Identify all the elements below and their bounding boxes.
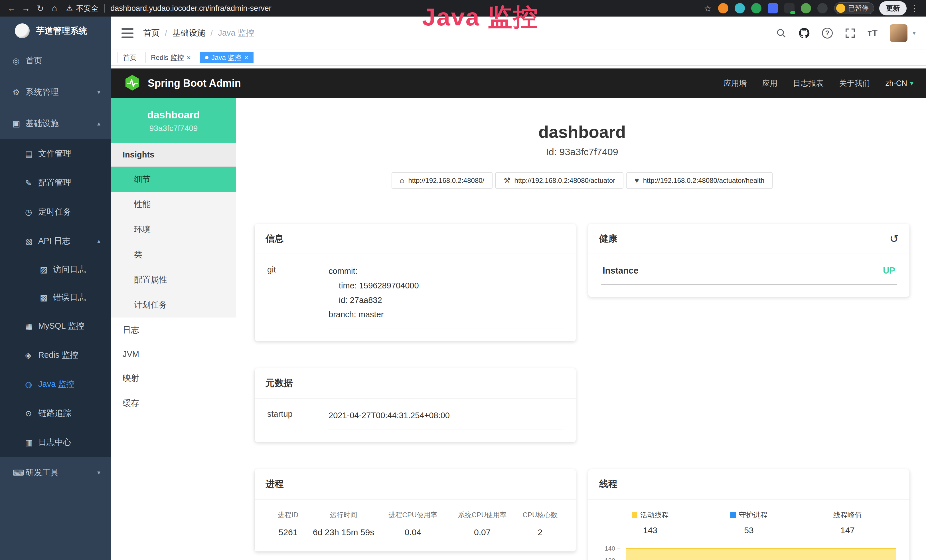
tab-java-monitor[interactable]: Java 监控 × <box>200 52 254 64</box>
sidenav-item-details[interactable]: 细节 <box>111 167 236 192</box>
sidebar-item-label: 定时任务 <box>38 206 71 218</box>
help-icon[interactable]: ? <box>822 28 833 38</box>
sidebar-item-api-logs[interactable]: ▧ API 日志 ▴ <box>0 227 111 256</box>
sidebar-item-system-mgmt[interactable]: ⚙ 系统管理 ▾ <box>0 76 111 108</box>
sidenav-item-caches[interactable]: 缓存 <box>111 391 236 416</box>
peak-threads-value: 147 <box>798 525 897 535</box>
actuator-url-text: http://192.168.0.2:48080/actuator <box>514 177 616 185</box>
metadata-term-startup: startup <box>267 408 328 430</box>
address-bar[interactable]: ⚠ 不安全 dashboard.yudao.iocoder.cn/infra/a… <box>66 3 700 14</box>
sidenav-item-config-props[interactable]: 配置属性 <box>111 267 236 292</box>
sidebar-item-trace[interactable]: ⊙ 链路追踪 <box>0 399 111 428</box>
extension-icon[interactable] <box>735 3 745 14</box>
forward-icon[interactable]: → <box>20 2 33 15</box>
divider <box>104 4 104 12</box>
user-avatar[interactable] <box>890 24 908 42</box>
git-id-line: id: 27aa832 <box>328 293 563 307</box>
sidebar-item-log-center[interactable]: ▥ 日志中心 <box>0 428 111 457</box>
sidebar-item-redis-monitor[interactable]: ◈ Redis 监控 <box>0 341 111 370</box>
service-url-link[interactable]: ⌂ http://192.168.0.2:48080/ <box>392 172 493 189</box>
annotation-java-monitor: Java 监控 <box>422 1 539 34</box>
edit-icon: ✎ <box>25 178 38 188</box>
mysql-icon: ▦ <box>25 321 38 331</box>
breadcrumb-infrastructure[interactable]: 基础设施 <box>172 27 205 39</box>
sidenav-item-mappings[interactable]: 映射 <box>111 366 236 391</box>
system-cpu-value: 0.07 <box>448 527 517 537</box>
sba-nav-journal[interactable]: 日志报表 <box>793 78 824 88</box>
extension-icon[interactable] <box>817 3 828 14</box>
sidenav-item-environment[interactable]: 环境 <box>111 217 236 242</box>
java-icon: ◍ <box>25 380 38 389</box>
update-button[interactable]: 更新 <box>879 1 906 15</box>
paused-label: 已暂停 <box>848 4 869 13</box>
process-uptime-value: 6d 23h 15m 59s <box>309 527 378 537</box>
daemon-threads-value: 53 <box>699 525 798 535</box>
extension-icon[interactable] <box>751 3 761 14</box>
sba-nav-about[interactable]: 关于我们 <box>839 78 870 88</box>
back-icon[interactable]: ← <box>5 2 18 15</box>
process-card: 进程 进程ID 运行时间 进程CPU使用率 系统CPU使用率 CPU核心数 52… <box>255 469 576 551</box>
kebab-menu-icon[interactable]: ⋮ <box>908 2 921 15</box>
info-card: 信息 git commit: time: 1596289704000 id: 2… <box>255 224 576 341</box>
close-icon[interactable]: × <box>187 54 191 62</box>
extension-icon[interactable] <box>768 3 778 14</box>
sidebar-item-mysql-monitor[interactable]: ▦ MySQL 监控 <box>0 312 111 341</box>
extension-icon[interactable] <box>784 3 794 14</box>
sidebar-item-label: 访问日志 <box>53 264 86 275</box>
sidenav-item-scheduled-tasks[interactable]: 计划任务 <box>111 292 236 318</box>
git-commit-line: commit: <box>328 264 563 278</box>
search-icon[interactable] <box>776 28 787 38</box>
threads-legend: 活动线程 143 守护进程 <box>601 510 897 535</box>
history-icon[interactable]: ↺ <box>890 233 899 245</box>
sidenav-item-jvm[interactable]: JVM <box>111 343 236 366</box>
wrench-icon: ⚒ <box>504 176 510 185</box>
extension-icon[interactable] <box>801 3 811 14</box>
breadcrumb-home[interactable]: 首页 <box>143 27 160 39</box>
instance-links: ⌂ http://192.168.0.2:48080/ ⚒ http://192… <box>255 172 909 189</box>
home-icon: ⌂ <box>400 176 404 185</box>
bookmark-star-icon[interactable]: ☆ <box>701 2 714 15</box>
speedometer-icon: ◎ <box>12 56 26 66</box>
page-content: Spring Boot Admin 应用墙 应用 日志报表 关于我们 zh-CN… <box>111 66 926 560</box>
log-center-icon: ▥ <box>25 438 38 447</box>
sidebar-item-label: MySQL 监控 <box>38 320 85 332</box>
app-logo[interactable]: 芋道管理系统 <box>0 17 111 45</box>
sidebar-item-access-logs[interactable]: ▨ 访问日志 <box>0 256 111 283</box>
locale-select[interactable]: zh-CN ▾ <box>885 79 914 88</box>
fullscreen-icon[interactable] <box>845 28 856 38</box>
health-url-link[interactable]: ♥ http://192.168.0.2:48080/actuator/heal… <box>626 172 773 189</box>
sidenav-item-logs[interactable]: 日志 <box>111 318 236 343</box>
tab-home[interactable]: 首页 <box>118 52 142 64</box>
clock-icon: ◷ <box>25 207 38 217</box>
hamburger-icon[interactable] <box>121 28 133 38</box>
github-icon[interactable] <box>799 27 810 39</box>
process-col-header: 系统CPU使用率 <box>448 510 517 519</box>
sidebar-item-infrastructure[interactable]: ▣ 基础设施 ▴ <box>0 108 111 139</box>
spring-boot-admin-logo <box>124 74 141 92</box>
sidebar-item-file-mgmt[interactable]: ▤ 文件管理 <box>0 139 111 168</box>
profile-paused-badge[interactable]: 已暂停 <box>834 2 874 14</box>
sba-nav-wall[interactable]: 应用墙 <box>723 78 747 88</box>
sidebar-item-scheduled-jobs[interactable]: ◷ 定时任务 <box>0 197 111 227</box>
sidenav-item-performance[interactable]: 性能 <box>111 192 236 217</box>
sidebar-item-java-monitor[interactable]: ◍ Java 监控 <box>0 370 111 399</box>
sidebar-item-config-mgmt[interactable]: ✎ 配置管理 <box>0 168 111 197</box>
extension-icon[interactable] <box>718 3 728 14</box>
breadcrumb: 首页 / 基础设施 / Java 监控 <box>143 27 254 39</box>
close-icon[interactable]: × <box>244 54 248 62</box>
sidebar-item-dashboard[interactable]: ◎ 首页 <box>0 45 111 76</box>
health-instance-label: Instance <box>602 266 639 276</box>
font-size-icon[interactable]: тT <box>867 28 878 38</box>
reload-icon[interactable]: ↻ <box>34 2 47 15</box>
sidenav-item-classes[interactable]: 类 <box>111 242 236 267</box>
sidebar-item-error-logs[interactable]: ▩ 错误日志 <box>0 283 111 312</box>
tab-redis-monitor[interactable]: Redis 监控 × <box>145 52 196 64</box>
sba-nav-applications[interactable]: 应用 <box>762 78 778 88</box>
actuator-url-link[interactable]: ⚒ http://192.168.0.2:48080/actuator <box>495 172 623 189</box>
sidebar-item-label: 文件管理 <box>38 148 71 159</box>
sidebar-item-dev-tools[interactable]: ⌨ 研发工具 ▾ <box>0 457 111 488</box>
api-log-icon: ▧ <box>25 236 38 246</box>
browser-home-icon[interactable]: ⌂ <box>48 2 61 15</box>
tools-icon: ⌨ <box>12 468 26 478</box>
sba-sidenav: dashboard 93a3fc7f7409 Insights 细节 性能 环境… <box>111 98 236 560</box>
